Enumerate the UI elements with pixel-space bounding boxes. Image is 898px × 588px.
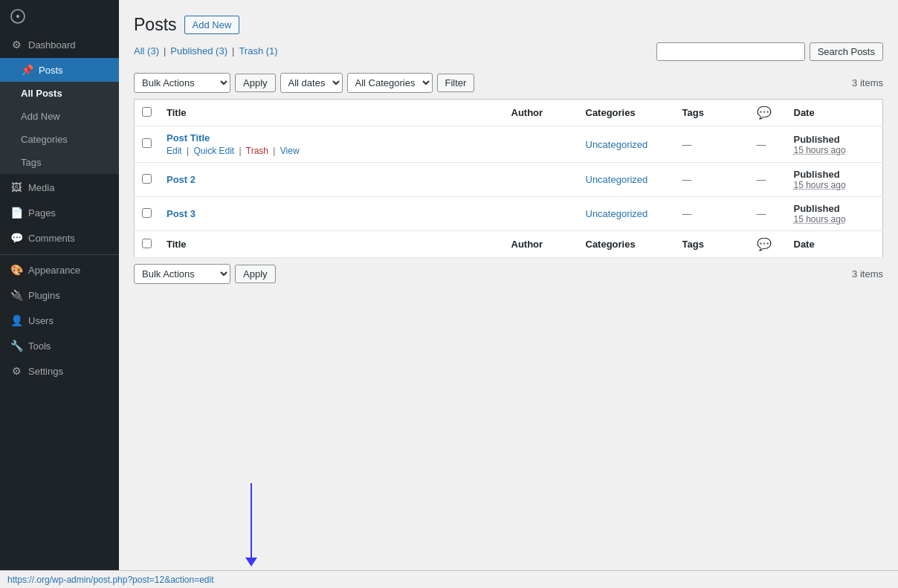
bulk-actions-select-top[interactable]: Bulk Actions <box>134 73 230 93</box>
sidebar-item-pages-label: Pages <box>28 207 56 219</box>
status-url: https://.org/wp-admin/post.php?post=12&a… <box>7 575 214 585</box>
all-dates-select[interactable]: All dates <box>280 73 343 93</box>
col-footer-title[interactable]: Title <box>159 231 504 258</box>
row-2-date: Published 15 hours ago <box>786 163 883 197</box>
bulk-actions-select-bottom[interactable]: Bulk Actions <box>134 264 230 284</box>
col-footer-tags[interactable]: Tags <box>675 231 749 258</box>
col-header-check <box>135 100 160 126</box>
sidebar-item-comments[interactable]: 💬 Comments <box>0 226 119 250</box>
col-footer-date[interactable]: Date <box>786 231 883 258</box>
page-header: Posts Add New <box>134 15 883 35</box>
select-all-bottom-checkbox[interactable] <box>142 239 152 248</box>
search-posts-button[interactable]: Search Posts <box>810 42 883 61</box>
row-1-title-link[interactable]: Post Title <box>167 132 210 143</box>
row-2-checkbox[interactable] <box>142 174 152 184</box>
row-2-author <box>504 163 578 197</box>
sidebar-item-categories[interactable]: Categories <box>0 128 119 151</box>
sidebar-logo <box>0 0 119 33</box>
row-1-date-status: Published 15 hours ago <box>794 134 876 155</box>
sidebar-item-tools[interactable]: 🔧 Tools <box>0 334 119 358</box>
row-1-edit-link[interactable]: Edit <box>167 146 182 156</box>
sidebar-item-all-posts-label: All Posts <box>21 88 62 99</box>
all-categories-select[interactable]: All Categories <box>347 73 433 93</box>
search-input[interactable] <box>656 42 805 61</box>
row-1-author <box>504 126 578 163</box>
col-header-tags[interactable]: Tags <box>675 100 749 126</box>
row-2-category-link[interactable]: Uncategorized <box>586 174 648 185</box>
filter-link-trash[interactable]: Trash (1) <box>239 45 277 56</box>
pages-icon: 📄 <box>10 207 22 219</box>
sidebar-section-posts: 📌 Posts All Posts Add New Categories Tag… <box>0 58 119 174</box>
sidebar-item-users[interactable]: 👤 Users <box>0 308 119 332</box>
sidebar-section-appearance: 🎨 Appearance <box>0 258 119 282</box>
row-2-date-status: Published 15 hours ago <box>794 169 876 190</box>
row-1-actions: Edit | Quick Edit | Trash | View <box>167 146 497 156</box>
sidebar-item-appearance-label: Appearance <box>28 265 80 276</box>
row-3-category-link[interactable]: Uncategorized <box>586 208 648 219</box>
main-content: Posts Add New All (3) | Published (3) | … <box>119 0 898 588</box>
row-2-comments: — <box>749 163 786 197</box>
row-1-quick-edit-link[interactable]: Quick Edit <box>194 146 235 156</box>
filter-button[interactable]: Filter <box>437 74 475 92</box>
filter-link-all[interactable]: All (3) <box>134 45 159 56</box>
sidebar-section-users: 👤 Users <box>0 308 119 332</box>
row-1-categories: Uncategorized <box>578 126 675 163</box>
row-1-category-link[interactable]: Uncategorized <box>586 139 648 150</box>
toolbar-top: Bulk Actions Apply All dates All Categor… <box>134 73 883 93</box>
sidebar-item-settings[interactable]: ⚙ Settings <box>0 359 119 383</box>
row-1-title-cell: Post Title Edit | Quick Edit | Trash | V… <box>159 126 504 163</box>
sidebar-divider-1 <box>0 254 119 255</box>
table-row: Post 2 Uncategorized — — Published 15 ho… <box>135 163 883 197</box>
col-footer-categories[interactable]: Categories <box>578 231 675 258</box>
col-header-author[interactable]: Author <box>504 100 578 126</box>
col-header-date[interactable]: Date <box>786 100 883 126</box>
sidebar-item-pages[interactable]: 📄 Pages <box>0 201 119 224</box>
row-2-title-link[interactable]: Post 2 <box>167 174 196 185</box>
row-1-view-link[interactable]: View <box>280 146 300 156</box>
separator-2: | <box>232 45 234 56</box>
col-header-comments: 💬 <box>749 100 786 126</box>
col-footer-comments: 💬 <box>749 231 786 258</box>
row-1-trash-link[interactable]: Trash <box>246 146 268 156</box>
row-3-checkbox[interactable] <box>142 208 152 218</box>
sidebar-item-tags-label: Tags <box>21 157 41 168</box>
row-2-categories: Uncategorized <box>578 163 675 197</box>
row-3-categories: Uncategorized <box>578 197 675 231</box>
col-header-categories[interactable]: Categories <box>578 100 675 126</box>
comment-bubble-icon-bottom: 💬 <box>757 238 772 251</box>
sidebar-item-appearance[interactable]: 🎨 Appearance <box>0 258 119 282</box>
row-2-tags-value: — <box>682 174 692 185</box>
sidebar-item-posts[interactable]: 📌 Posts <box>0 58 119 82</box>
row-3-date-status: Published 15 hours ago <box>794 203 876 224</box>
filter-link-published[interactable]: Published (3) <box>170 45 227 56</box>
sidebar-item-users-label: Users <box>28 315 54 326</box>
items-count-bottom: 3 items <box>852 268 883 280</box>
toolbar-bottom: Bulk Actions Apply 3 items <box>134 264 883 284</box>
row-1-date: Published 15 hours ago <box>786 126 883 163</box>
table-header-row: Title Author Categories Tags 💬 Date <box>135 100 883 126</box>
apply-button-top[interactable]: Apply <box>235 74 276 92</box>
search-area: Search Posts <box>656 42 883 61</box>
col-footer-check <box>135 231 160 258</box>
sidebar-item-tags[interactable]: Tags <box>0 151 119 174</box>
apply-button-bottom[interactable]: Apply <box>235 265 276 283</box>
col-header-title[interactable]: Title <box>159 100 504 126</box>
select-all-checkbox[interactable] <box>142 107 152 117</box>
col-footer-author[interactable]: Author <box>504 231 578 258</box>
row-3-title-link[interactable]: Post 3 <box>167 208 196 219</box>
tools-icon: 🔧 <box>10 340 22 352</box>
separator-1: | <box>164 45 166 56</box>
wordpress-icon <box>10 9 25 24</box>
sidebar-item-dashboard[interactable]: ⚙ Dashboard <box>0 33 119 56</box>
sidebar-item-all-posts[interactable]: All Posts <box>0 82 119 105</box>
table-row: Post Title Edit | Quick Edit | Trash | V… <box>135 126 883 163</box>
sidebar-item-add-new[interactable]: Add New <box>0 105 119 128</box>
toolbar-top-right: 3 items <box>852 77 883 88</box>
sidebar-item-plugins-label: Plugins <box>28 290 60 301</box>
add-new-button[interactable]: Add New <box>184 16 240 34</box>
sidebar-item-plugins[interactable]: 🔌 Plugins <box>0 283 119 307</box>
sidebar-item-media[interactable]: 🖼 Media <box>0 175 119 199</box>
row-1-checkbox[interactable] <box>142 138 152 148</box>
posts-table: Title Author Categories Tags 💬 Date <box>134 99 883 258</box>
sidebar: ⚙ Dashboard 📌 Posts All Posts Add New Ca… <box>0 0 119 588</box>
